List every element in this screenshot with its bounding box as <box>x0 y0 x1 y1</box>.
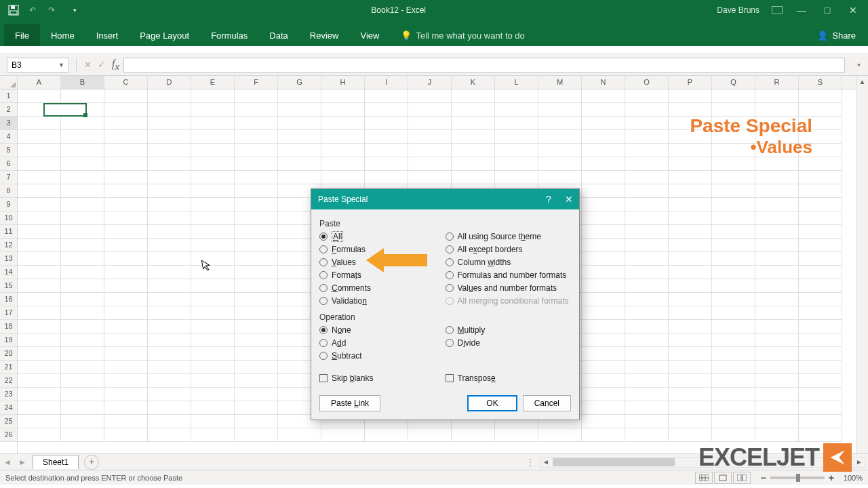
cell[interactable] <box>452 171 495 184</box>
cell[interactable] <box>148 306 191 320</box>
cell[interactable] <box>191 279 235 293</box>
cell[interactable] <box>669 225 712 239</box>
cell[interactable] <box>104 117 148 130</box>
cell[interactable] <box>799 374 842 388</box>
column-header[interactable]: F <box>235 76 278 89</box>
row-header[interactable]: 1 <box>0 89 17 103</box>
cell[interactable] <box>61 388 104 401</box>
dialog-close-icon[interactable]: ✕ <box>559 189 579 209</box>
cell[interactable] <box>104 428 148 442</box>
cell[interactable] <box>191 401 235 415</box>
cell[interactable] <box>321 428 365 442</box>
cell[interactable] <box>669 171 712 184</box>
cell[interactable] <box>18 211 61 225</box>
cell[interactable] <box>235 157 278 171</box>
cell[interactable] <box>148 252 191 266</box>
cell[interactable] <box>365 157 408 171</box>
cell[interactable] <box>61 89 104 103</box>
cell[interactable] <box>191 320 235 333</box>
cell[interactable] <box>61 361 104 374</box>
cell[interactable] <box>61 415 104 428</box>
cell[interactable] <box>191 89 235 103</box>
column-header[interactable]: B <box>61 76 104 89</box>
cell[interactable] <box>495 89 538 103</box>
cell[interactable] <box>191 361 235 374</box>
cell[interactable] <box>18 306 61 320</box>
page-break-view-icon[interactable] <box>733 472 751 484</box>
column-header[interactable]: N <box>582 76 625 89</box>
cell[interactable] <box>582 388 625 401</box>
cell[interactable] <box>712 279 755 293</box>
cell[interactable] <box>365 117 408 130</box>
column-header[interactable]: G <box>278 76 321 89</box>
cell[interactable] <box>669 103 712 117</box>
cell[interactable] <box>18 279 61 293</box>
cell[interactable] <box>669 239 712 252</box>
cell[interactable] <box>799 198 842 211</box>
cell[interactable] <box>538 157 582 171</box>
cell[interactable] <box>669 198 712 211</box>
row-header[interactable]: 7 <box>0 171 17 184</box>
cell[interactable] <box>582 333 625 347</box>
cell[interactable] <box>148 266 191 279</box>
cell[interactable] <box>669 293 712 306</box>
cell[interactable] <box>712 388 755 401</box>
cell[interactable] <box>191 225 235 239</box>
cell[interactable] <box>669 388 712 401</box>
cell[interactable] <box>755 252 799 266</box>
column-header[interactable]: O <box>625 76 669 89</box>
cell[interactable] <box>235 306 278 320</box>
cell[interactable] <box>278 144 321 157</box>
cell[interactable] <box>408 117 452 130</box>
cell[interactable] <box>625 279 669 293</box>
cell[interactable] <box>278 428 321 442</box>
cell[interactable] <box>712 333 755 347</box>
cell[interactable] <box>582 211 625 225</box>
cell[interactable] <box>669 211 712 225</box>
cell[interactable] <box>625 361 669 374</box>
cell[interactable] <box>669 279 712 293</box>
cell[interactable] <box>148 198 191 211</box>
cell[interactable] <box>104 225 148 239</box>
cell[interactable] <box>235 89 278 103</box>
cell[interactable] <box>278 157 321 171</box>
cell[interactable] <box>235 347 278 361</box>
cell[interactable] <box>495 103 538 117</box>
tab-data[interactable]: Data <box>258 24 298 46</box>
cell[interactable] <box>582 184 625 198</box>
cell[interactable] <box>18 293 61 306</box>
cell[interactable] <box>712 239 755 252</box>
row-header[interactable]: 22 <box>0 374 17 388</box>
cell[interactable] <box>582 279 625 293</box>
cell[interactable] <box>625 157 669 171</box>
cell[interactable] <box>625 293 669 306</box>
cell[interactable] <box>191 266 235 279</box>
row-header[interactable]: 24 <box>0 401 17 415</box>
cell[interactable] <box>191 333 235 347</box>
cell[interactable] <box>582 225 625 239</box>
tab-insert[interactable]: Insert <box>85 24 130 46</box>
cell[interactable] <box>18 117 61 130</box>
cell[interactable] <box>104 266 148 279</box>
cell[interactable] <box>104 415 148 428</box>
cell[interactable] <box>712 293 755 306</box>
cell[interactable] <box>104 306 148 320</box>
cell[interactable] <box>278 117 321 130</box>
cell[interactable] <box>669 252 712 266</box>
cell[interactable] <box>625 184 669 198</box>
cell[interactable] <box>365 144 408 157</box>
cell[interactable] <box>18 184 61 198</box>
cell[interactable] <box>538 144 582 157</box>
cell[interactable] <box>669 401 712 415</box>
cell[interactable] <box>148 320 191 333</box>
zoom-level[interactable]: 100% <box>844 474 863 482</box>
cancel-formula-icon[interactable]: ✕ <box>81 60 94 70</box>
cell[interactable] <box>18 428 61 442</box>
cell[interactable] <box>669 415 712 428</box>
row-header[interactable]: 20 <box>0 347 17 361</box>
cell[interactable] <box>582 293 625 306</box>
cell[interactable] <box>148 361 191 374</box>
cell[interactable] <box>799 239 842 252</box>
cell[interactable] <box>235 252 278 266</box>
cell[interactable] <box>799 428 842 442</box>
